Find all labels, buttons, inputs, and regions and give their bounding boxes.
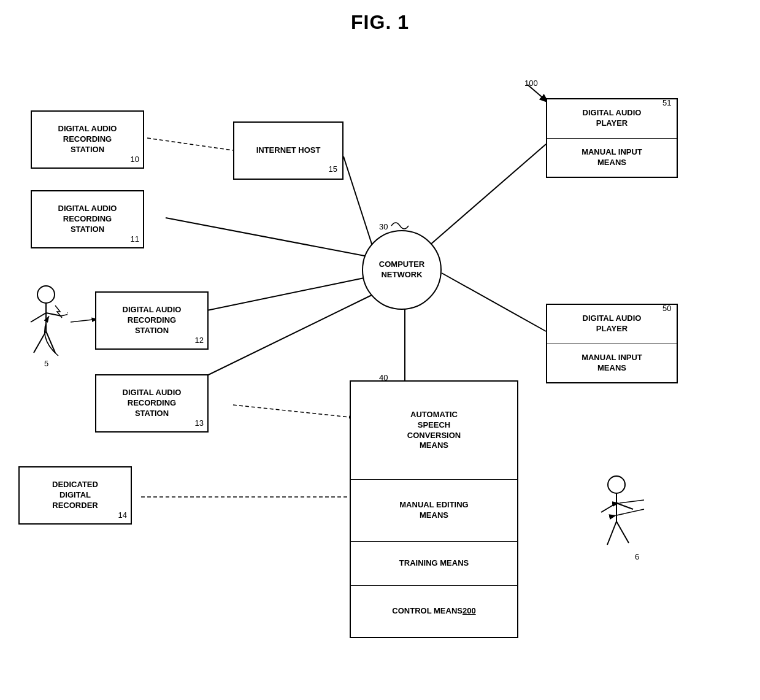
- recording-station-13-label: DIGITAL AUDIORECORDINGSTATION: [123, 388, 182, 419]
- computer-network-ref: 30: [379, 222, 388, 231]
- dedicated-recorder: DEDICATEDDIGITALRECORDER 14: [18, 466, 132, 525]
- fig-title: FIG. 1: [0, 0, 760, 34]
- player-51-ref: 51: [662, 98, 671, 107]
- recording-station-10-ref: 10: [131, 155, 139, 165]
- svg-line-30: [616, 521, 629, 543]
- player-50-top: DIGITAL AUDIOPLAYER: [547, 305, 677, 344]
- svg-line-23: [46, 331, 55, 353]
- auto-conversion-ref: 40: [379, 373, 388, 382]
- recording-station-10-label: DIGITAL AUDIORECORDINGSTATION: [58, 124, 117, 155]
- player-51-top: DIGITAL AUDIOPLAYER: [547, 99, 677, 139]
- svg-line-3: [147, 138, 233, 150]
- recording-station-12: DIGITAL AUDIORECORDINGSTATION 12: [95, 291, 209, 350]
- player-50-ref: 50: [662, 304, 671, 313]
- recording-station-13: DIGITAL AUDIORECORDINGSTATION 13: [95, 374, 209, 433]
- recording-station-11: DIGITAL AUDIORECORDINGSTATION 11: [31, 190, 144, 248]
- svg-line-27: [601, 503, 616, 512]
- svg-line-5: [166, 218, 374, 258]
- svg-point-25: [608, 476, 625, 493]
- digital-player-51: DIGITAL AUDIOPLAYER MANUAL INPUTMEANS: [546, 98, 678, 178]
- svg-line-4: [344, 156, 374, 252]
- internet-host-label: INTERNET HOST: [256, 145, 321, 156]
- person-5-ref: 5: [44, 359, 48, 368]
- control-section: CONTROL MEANS200: [351, 586, 517, 637]
- recording-station-12-label: DIGITAL AUDIORECORDINGSTATION: [123, 305, 182, 336]
- auto-speech-section: AUTOMATICSPEECHCONVERSIONMEANS: [351, 382, 517, 480]
- recording-station-11-ref: 11: [131, 234, 139, 245]
- computer-network-label: COMPUTERNETWORK: [379, 260, 424, 280]
- arrow-100-label: 100: [524, 79, 538, 88]
- recording-station-11-label: DIGITAL AUDIORECORDINGSTATION: [58, 204, 117, 235]
- dedicated-recorder-ref: 14: [118, 510, 127, 521]
- svg-line-24: [61, 313, 67, 316]
- recording-station-12-ref: 12: [195, 336, 204, 346]
- player-51-bottom: MANUAL INPUTMEANS: [547, 139, 677, 177]
- svg-line-9: [442, 273, 546, 331]
- svg-line-28: [616, 503, 633, 509]
- person-6-ref: 6: [635, 552, 639, 561]
- manual-editing-section: MANUAL EDITINGMEANS: [351, 480, 517, 542]
- auto-conversion-40: AUTOMATICSPEECHCONVERSIONMEANS MANUAL ED…: [350, 380, 518, 638]
- svg-line-8: [429, 144, 546, 245]
- stickman-5: [25, 282, 67, 362]
- control-ref: 200: [463, 606, 476, 617]
- recording-station-10: DIGITAL AUDIORECORDINGSTATION 10: [31, 110, 144, 169]
- svg-point-18: [37, 286, 55, 303]
- svg-line-22: [34, 331, 46, 353]
- internet-host: INTERNET HOST 15: [233, 121, 344, 180]
- svg-line-29: [607, 521, 616, 545]
- svg-line-11: [233, 405, 350, 417]
- internet-host-ref: 15: [329, 164, 337, 175]
- svg-line-20: [31, 313, 46, 322]
- player-50-bottom: MANUAL INPUTMEANS: [547, 344, 677, 383]
- dedicated-recorder-label: DEDICATEDDIGITALRECORDER: [52, 480, 98, 511]
- svg-line-15: [71, 319, 98, 322]
- digital-player-50: DIGITAL AUDIOPLAYER MANUAL INPUTMEANS: [546, 304, 678, 383]
- computer-network: COMPUTERNETWORK: [362, 230, 442, 310]
- training-section: TRAINING MEANS: [351, 542, 517, 586]
- recording-station-13-ref: 13: [195, 418, 204, 429]
- stickman-6: [595, 472, 644, 552]
